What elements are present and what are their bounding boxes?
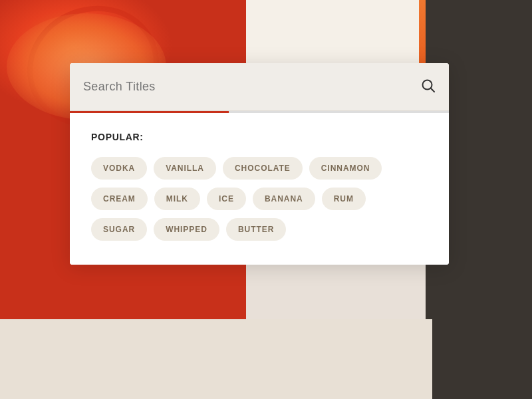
tag-rum[interactable]: RUM — [322, 188, 366, 210]
popular-label: POPULAR: — [91, 132, 428, 142]
search-panel: POPULAR: VODKAVANILLACHOCOLATECINNAMONCR… — [70, 63, 449, 265]
tag-butter[interactable]: BUTTER — [226, 218, 286, 241]
bg-top-center — [246, 0, 432, 63]
tag-ice[interactable]: ICE — [207, 188, 246, 210]
popular-section: POPULAR: VODKAVANILLACHOCOLATECINNAMONCR… — [70, 113, 449, 265]
search-bar — [70, 63, 449, 111]
tag-vodka[interactable]: VODKA — [91, 157, 147, 180]
bg-bottom — [0, 319, 432, 399]
progress-bar — [70, 111, 449, 113]
tag-vanilla[interactable]: VANILLA — [154, 157, 216, 180]
search-icon[interactable] — [421, 78, 436, 95]
tag-cream[interactable]: CREAM — [91, 188, 148, 210]
search-input[interactable] — [83, 80, 421, 94]
progress-filled — [70, 111, 229, 113]
tag-banana[interactable]: BANANA — [253, 188, 315, 210]
progress-empty — [229, 111, 449, 113]
tag-milk[interactable]: MILK — [154, 188, 200, 210]
tag-cinnamon[interactable]: CINNAMON — [309, 157, 382, 180]
tag-sugar[interactable]: SUGAR — [91, 218, 147, 241]
tag-whipped[interactable]: WHIPPED — [154, 218, 219, 241]
tags-grid: VODKAVANILLACHOCOLATECINNAMONCREAMMILKIC… — [91, 157, 428, 241]
svg-line-1 — [431, 88, 434, 92]
tag-chocolate[interactable]: CHOCOLATE — [223, 157, 303, 180]
